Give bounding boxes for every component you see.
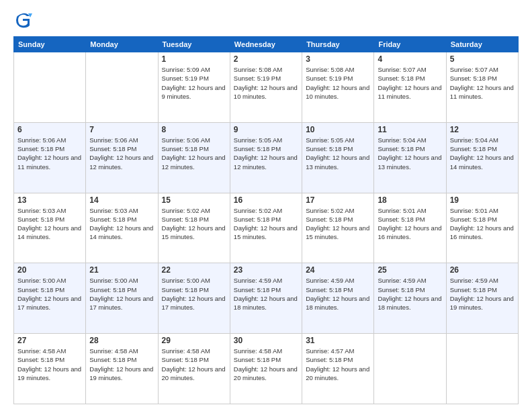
- calendar-cell: [374, 334, 446, 404]
- day-number: 24: [306, 265, 370, 275]
- day-number: 3: [306, 54, 370, 64]
- calendar-cell: 31Sunrise: 4:57 AM Sunset: 5:18 PM Dayli…: [302, 334, 374, 404]
- calendar-table: SundayMondayTuesdayWednesdayThursdayFrid…: [13, 36, 519, 404]
- header: [13, 11, 519, 30]
- day-number: 12: [450, 125, 515, 134]
- day-number: 29: [162, 336, 226, 345]
- day-info: Sunrise: 4:58 AM Sunset: 5:18 PM Dayligh…: [17, 347, 82, 382]
- day-number: 26: [450, 265, 515, 275]
- week-row-3: 13Sunrise: 5:03 AM Sunset: 5:18 PM Dayli…: [14, 193, 519, 263]
- day-number: 20: [17, 265, 82, 275]
- calendar-cell: 19Sunrise: 5:01 AM Sunset: 5:18 PM Dayli…: [446, 193, 518, 263]
- day-number: 30: [234, 336, 298, 345]
- day-number: 18: [378, 195, 442, 205]
- day-info: Sunrise: 5:08 AM Sunset: 5:19 PM Dayligh…: [234, 65, 298, 101]
- calendar-cell: [86, 52, 158, 123]
- day-number: 23: [234, 265, 298, 275]
- weekday-header-saturday: Saturday: [446, 37, 518, 52]
- calendar-cell: 7Sunrise: 5:06 AM Sunset: 5:18 PM Daylig…: [86, 122, 158, 193]
- day-info: Sunrise: 5:05 AM Sunset: 5:18 PM Dayligh…: [234, 136, 298, 171]
- day-number: 22: [162, 265, 226, 275]
- day-number: 11: [378, 125, 442, 134]
- calendar-cell: 1Sunrise: 5:09 AM Sunset: 5:19 PM Daylig…: [158, 52, 230, 123]
- day-number: 27: [17, 336, 82, 345]
- day-number: 17: [306, 195, 370, 205]
- day-info: Sunrise: 5:02 AM Sunset: 5:18 PM Dayligh…: [234, 206, 298, 242]
- day-number: 2: [234, 54, 298, 64]
- day-info: Sunrise: 4:58 AM Sunset: 5:18 PM Dayligh…: [89, 347, 154, 382]
- day-number: 19: [450, 195, 515, 205]
- day-info: Sunrise: 4:59 AM Sunset: 5:18 PM Dayligh…: [234, 276, 298, 312]
- calendar-cell: 4Sunrise: 5:07 AM Sunset: 5:18 PM Daylig…: [374, 52, 446, 123]
- calendar-cell: 18Sunrise: 5:01 AM Sunset: 5:18 PM Dayli…: [374, 193, 446, 263]
- calendar-cell: 22Sunrise: 5:00 AM Sunset: 5:18 PM Dayli…: [158, 263, 230, 334]
- day-info: Sunrise: 4:57 AM Sunset: 5:18 PM Dayligh…: [306, 347, 370, 382]
- day-info: Sunrise: 4:58 AM Sunset: 5:18 PM Dayligh…: [162, 347, 226, 382]
- day-info: Sunrise: 5:04 AM Sunset: 5:18 PM Dayligh…: [450, 136, 515, 171]
- calendar-cell: 12Sunrise: 5:04 AM Sunset: 5:18 PM Dayli…: [446, 122, 518, 193]
- day-info: Sunrise: 4:59 AM Sunset: 5:18 PM Dayligh…: [378, 276, 442, 312]
- calendar-cell: 23Sunrise: 4:59 AM Sunset: 5:18 PM Dayli…: [230, 263, 302, 334]
- day-number: 7: [89, 125, 154, 134]
- calendar-cell: 10Sunrise: 5:05 AM Sunset: 5:18 PM Dayli…: [302, 122, 374, 193]
- week-row-2: 6Sunrise: 5:06 AM Sunset: 5:18 PM Daylig…: [14, 122, 519, 193]
- calendar-cell: 2Sunrise: 5:08 AM Sunset: 5:19 PM Daylig…: [230, 52, 302, 123]
- day-number: 10: [306, 125, 370, 134]
- calendar-cell: 15Sunrise: 5:02 AM Sunset: 5:18 PM Dayli…: [158, 193, 230, 263]
- day-number: 21: [89, 265, 154, 275]
- day-info: Sunrise: 5:04 AM Sunset: 5:18 PM Dayligh…: [378, 136, 442, 171]
- day-number: 1: [162, 54, 226, 64]
- day-number: 15: [162, 195, 226, 205]
- day-info: Sunrise: 5:06 AM Sunset: 5:18 PM Dayligh…: [162, 136, 226, 171]
- day-number: 31: [306, 336, 370, 345]
- day-info: Sunrise: 4:58 AM Sunset: 5:18 PM Dayligh…: [234, 347, 298, 382]
- day-number: 6: [17, 125, 82, 134]
- day-info: Sunrise: 5:07 AM Sunset: 5:18 PM Dayligh…: [378, 65, 442, 101]
- calendar-cell: 17Sunrise: 5:02 AM Sunset: 5:18 PM Dayli…: [302, 193, 374, 263]
- calendar-cell: [14, 52, 86, 123]
- week-row-4: 20Sunrise: 5:00 AM Sunset: 5:18 PM Dayli…: [14, 263, 519, 334]
- day-info: Sunrise: 5:03 AM Sunset: 5:18 PM Dayligh…: [89, 206, 154, 242]
- calendar-cell: 6Sunrise: 5:06 AM Sunset: 5:18 PM Daylig…: [14, 122, 86, 193]
- calendar-cell: 24Sunrise: 4:59 AM Sunset: 5:18 PM Dayli…: [302, 263, 374, 334]
- day-number: 13: [17, 195, 82, 205]
- day-number: 28: [89, 336, 154, 345]
- calendar-cell: 21Sunrise: 5:00 AM Sunset: 5:18 PM Dayli…: [86, 263, 158, 334]
- day-info: Sunrise: 4:59 AM Sunset: 5:18 PM Dayligh…: [306, 276, 370, 312]
- calendar-cell: 13Sunrise: 5:03 AM Sunset: 5:18 PM Dayli…: [14, 193, 86, 263]
- day-number: 8: [162, 125, 226, 134]
- weekday-header-thursday: Thursday: [302, 37, 374, 52]
- calendar-cell: 25Sunrise: 4:59 AM Sunset: 5:18 PM Dayli…: [374, 263, 446, 334]
- day-info: Sunrise: 5:06 AM Sunset: 5:18 PM Dayligh…: [17, 136, 82, 171]
- calendar-cell: 27Sunrise: 4:58 AM Sunset: 5:18 PM Dayli…: [14, 334, 86, 404]
- day-info: Sunrise: 5:03 AM Sunset: 5:18 PM Dayligh…: [17, 206, 82, 242]
- day-info: Sunrise: 5:06 AM Sunset: 5:18 PM Dayligh…: [89, 136, 154, 171]
- day-number: 16: [234, 195, 298, 205]
- day-info: Sunrise: 4:59 AM Sunset: 5:18 PM Dayligh…: [450, 276, 515, 312]
- day-number: 5: [450, 54, 515, 64]
- weekday-header-friday: Friday: [374, 37, 446, 52]
- day-info: Sunrise: 5:02 AM Sunset: 5:18 PM Dayligh…: [162, 206, 226, 242]
- calendar-cell: 16Sunrise: 5:02 AM Sunset: 5:18 PM Dayli…: [230, 193, 302, 263]
- day-number: 14: [89, 195, 154, 205]
- calendar-cell: 20Sunrise: 5:00 AM Sunset: 5:18 PM Dayli…: [14, 263, 86, 334]
- calendar-cell: 8Sunrise: 5:06 AM Sunset: 5:18 PM Daylig…: [158, 122, 230, 193]
- calendar-cell: 30Sunrise: 4:58 AM Sunset: 5:18 PM Dayli…: [230, 334, 302, 404]
- logo: [13, 11, 35, 30]
- day-number: 4: [378, 54, 442, 64]
- calendar-cell: [446, 334, 518, 404]
- calendar-cell: 26Sunrise: 4:59 AM Sunset: 5:18 PM Dayli…: [446, 263, 518, 334]
- day-number: 9: [234, 125, 298, 134]
- day-info: Sunrise: 5:02 AM Sunset: 5:18 PM Dayligh…: [306, 206, 370, 242]
- weekday-header-monday: Monday: [86, 37, 158, 52]
- page: SundayMondayTuesdayWednesdayThursdayFrid…: [0, 0, 532, 411]
- day-info: Sunrise: 5:01 AM Sunset: 5:18 PM Dayligh…: [450, 206, 515, 242]
- day-info: Sunrise: 5:05 AM Sunset: 5:18 PM Dayligh…: [306, 136, 370, 171]
- day-info: Sunrise: 5:07 AM Sunset: 5:18 PM Dayligh…: [450, 65, 515, 101]
- day-info: Sunrise: 5:01 AM Sunset: 5:18 PM Dayligh…: [378, 206, 442, 242]
- weekday-header-sunday: Sunday: [14, 37, 86, 52]
- day-number: 25: [378, 265, 442, 275]
- calendar-cell: 5Sunrise: 5:07 AM Sunset: 5:18 PM Daylig…: [446, 52, 518, 123]
- day-info: Sunrise: 5:00 AM Sunset: 5:18 PM Dayligh…: [17, 276, 82, 312]
- calendar-cell: 11Sunrise: 5:04 AM Sunset: 5:18 PM Dayli…: [374, 122, 446, 193]
